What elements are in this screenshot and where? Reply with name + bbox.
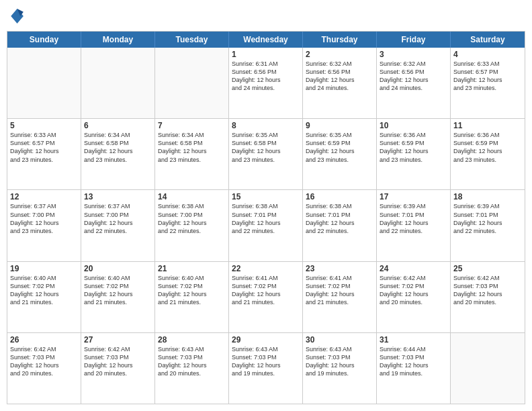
day-number: 6 — [84, 121, 152, 130]
day-cell-23: 23Sunrise: 6:41 AM Sunset: 7:02 PM Dayli… — [303, 262, 377, 332]
day-number: 27 — [84, 335, 152, 345]
day-info: Sunrise: 6:42 AM Sunset: 7:03 PM Dayligh… — [84, 345, 152, 378]
calendar-header: SundayMondayTuesdayWednesdayThursdayFrid… — [7, 32, 525, 48]
day-info: Sunrise: 6:42 AM Sunset: 7:02 PM Dayligh… — [380, 274, 447, 307]
day-info: Sunrise: 6:43 AM Sunset: 7:03 PM Dayligh… — [158, 345, 226, 378]
header — [7, 7, 525, 26]
day-info: Sunrise: 6:36 AM Sunset: 6:59 PM Dayligh… — [453, 131, 522, 164]
page: SundayMondayTuesdayWednesdayThursdayFrid… — [0, 0, 532, 411]
day-cell-11: 11Sunrise: 6:36 AM Sunset: 6:59 PM Dayli… — [451, 119, 525, 189]
day-info: Sunrise: 6:32 AM Sunset: 6:56 PM Dayligh… — [380, 60, 447, 93]
day-number: 13 — [84, 192, 152, 201]
day-info: Sunrise: 6:41 AM Sunset: 7:02 PM Dayligh… — [306, 274, 373, 307]
day-info: Sunrise: 6:39 AM Sunset: 7:01 PM Dayligh… — [380, 202, 447, 235]
day-info: Sunrise: 6:33 AM Sunset: 6:57 PM Dayligh… — [453, 60, 522, 93]
empty-cell-0-1 — [81, 48, 155, 118]
weekday-header-wednesday: Wednesday — [229, 32, 303, 48]
day-info: Sunrise: 6:41 AM Sunset: 7:02 PM Dayligh… — [232, 274, 300, 307]
day-cell-3: 3Sunrise: 6:32 AM Sunset: 6:56 PM Daylig… — [377, 48, 451, 118]
day-info: Sunrise: 6:38 AM Sunset: 7:00 PM Dayligh… — [158, 202, 226, 235]
day-cell-4: 4Sunrise: 6:33 AM Sunset: 6:57 PM Daylig… — [451, 48, 525, 118]
weekday-header-thursday: Thursday — [303, 32, 377, 48]
day-info: Sunrise: 6:36 AM Sunset: 6:59 PM Dayligh… — [380, 131, 447, 164]
day-number: 5 — [10, 121, 78, 130]
weekday-header-monday: Monday — [81, 32, 155, 48]
day-info: Sunrise: 6:34 AM Sunset: 6:58 PM Dayligh… — [158, 131, 226, 164]
day-number: 29 — [232, 335, 300, 345]
day-number: 1 — [232, 50, 300, 59]
day-number: 9 — [306, 121, 373, 130]
day-cell-19: 19Sunrise: 6:40 AM Sunset: 7:02 PM Dayli… — [7, 262, 81, 332]
day-info: Sunrise: 6:39 AM Sunset: 7:01 PM Dayligh… — [453, 202, 522, 235]
day-number: 11 — [453, 121, 522, 130]
day-info: Sunrise: 6:42 AM Sunset: 7:03 PM Dayligh… — [453, 274, 522, 307]
day-cell-6: 6Sunrise: 6:34 AM Sunset: 6:58 PM Daylig… — [81, 119, 155, 189]
calendar-row-1: 5Sunrise: 6:33 AM Sunset: 6:57 PM Daylig… — [7, 119, 525, 190]
day-cell-22: 22Sunrise: 6:41 AM Sunset: 7:02 PM Dayli… — [229, 262, 303, 332]
day-cell-26: 26Sunrise: 6:42 AM Sunset: 7:03 PM Dayli… — [7, 333, 81, 404]
day-number: 28 — [158, 335, 226, 345]
day-info: Sunrise: 6:42 AM Sunset: 7:03 PM Dayligh… — [10, 345, 78, 378]
day-cell-30: 30Sunrise: 6:43 AM Sunset: 7:03 PM Dayli… — [303, 333, 377, 404]
day-number: 8 — [232, 121, 300, 130]
day-number: 24 — [380, 264, 447, 273]
weekday-header-saturday: Saturday — [451, 32, 525, 48]
day-info: Sunrise: 6:33 AM Sunset: 6:57 PM Dayligh… — [10, 131, 78, 164]
day-cell-31: 31Sunrise: 6:44 AM Sunset: 7:03 PM Dayli… — [377, 333, 451, 404]
day-cell-21: 21Sunrise: 6:40 AM Sunset: 7:02 PM Dayli… — [155, 262, 229, 332]
calendar-row-4: 26Sunrise: 6:42 AM Sunset: 7:03 PM Dayli… — [7, 333, 525, 404]
weekday-header-friday: Friday — [377, 32, 451, 48]
svg-marker-0 — [11, 9, 24, 24]
day-cell-15: 15Sunrise: 6:38 AM Sunset: 7:01 PM Dayli… — [229, 190, 303, 261]
day-info: Sunrise: 6:44 AM Sunset: 7:03 PM Dayligh… — [380, 345, 447, 378]
day-number: 17 — [380, 192, 447, 201]
day-cell-9: 9Sunrise: 6:35 AM Sunset: 6:59 PM Daylig… — [303, 119, 377, 189]
day-number: 15 — [232, 192, 300, 201]
day-number: 30 — [306, 335, 373, 345]
day-info: Sunrise: 6:35 AM Sunset: 6:59 PM Dayligh… — [306, 131, 373, 164]
day-info: Sunrise: 6:34 AM Sunset: 6:58 PM Dayligh… — [84, 131, 152, 164]
logo — [7, 7, 28, 26]
empty-cell-4-6 — [451, 333, 525, 404]
calendar-row-3: 19Sunrise: 6:40 AM Sunset: 7:02 PM Dayli… — [7, 262, 525, 333]
day-cell-24: 24Sunrise: 6:42 AM Sunset: 7:02 PM Dayli… — [377, 262, 451, 332]
day-number: 10 — [380, 121, 447, 130]
day-cell-2: 2Sunrise: 6:32 AM Sunset: 6:56 PM Daylig… — [303, 48, 377, 118]
day-info: Sunrise: 6:35 AM Sunset: 6:58 PM Dayligh… — [232, 131, 300, 164]
day-cell-18: 18Sunrise: 6:39 AM Sunset: 7:01 PM Dayli… — [451, 190, 525, 261]
calendar-row-0: 1Sunrise: 6:31 AM Sunset: 6:56 PM Daylig… — [7, 48, 525, 119]
logo-icon — [7, 7, 26, 26]
day-info: Sunrise: 6:38 AM Sunset: 7:01 PM Dayligh… — [306, 202, 373, 235]
day-number: 14 — [158, 192, 226, 201]
day-info: Sunrise: 6:43 AM Sunset: 7:03 PM Dayligh… — [232, 345, 300, 378]
day-cell-7: 7Sunrise: 6:34 AM Sunset: 6:58 PM Daylig… — [155, 119, 229, 189]
day-cell-12: 12Sunrise: 6:37 AM Sunset: 7:00 PM Dayli… — [7, 190, 81, 261]
day-number: 20 — [84, 264, 152, 273]
day-cell-28: 28Sunrise: 6:43 AM Sunset: 7:03 PM Dayli… — [155, 333, 229, 404]
day-info: Sunrise: 6:38 AM Sunset: 7:01 PM Dayligh… — [232, 202, 300, 235]
day-info: Sunrise: 6:37 AM Sunset: 7:00 PM Dayligh… — [10, 202, 78, 235]
calendar-body: 1Sunrise: 6:31 AM Sunset: 6:56 PM Daylig… — [7, 48, 525, 404]
day-info: Sunrise: 6:32 AM Sunset: 6:56 PM Dayligh… — [306, 60, 373, 93]
day-number: 26 — [10, 335, 78, 345]
day-cell-17: 17Sunrise: 6:39 AM Sunset: 7:01 PM Dayli… — [377, 190, 451, 261]
day-info: Sunrise: 6:31 AM Sunset: 6:56 PM Dayligh… — [232, 60, 300, 93]
day-cell-20: 20Sunrise: 6:40 AM Sunset: 7:02 PM Dayli… — [81, 262, 155, 332]
empty-cell-0-2 — [155, 48, 229, 118]
day-number: 19 — [10, 264, 78, 273]
weekday-header-sunday: Sunday — [7, 32, 81, 48]
day-number: 21 — [158, 264, 226, 273]
day-cell-29: 29Sunrise: 6:43 AM Sunset: 7:03 PM Dayli… — [229, 333, 303, 404]
day-number: 22 — [232, 264, 300, 273]
day-info: Sunrise: 6:40 AM Sunset: 7:02 PM Dayligh… — [10, 274, 78, 307]
day-number: 3 — [380, 50, 447, 59]
empty-cell-0-0 — [7, 48, 81, 118]
day-number: 23 — [306, 264, 373, 273]
day-cell-25: 25Sunrise: 6:42 AM Sunset: 7:03 PM Dayli… — [451, 262, 525, 332]
weekday-header-tuesday: Tuesday — [155, 32, 229, 48]
day-cell-8: 8Sunrise: 6:35 AM Sunset: 6:58 PM Daylig… — [229, 119, 303, 189]
day-number: 4 — [453, 50, 522, 59]
day-cell-10: 10Sunrise: 6:36 AM Sunset: 6:59 PM Dayli… — [377, 119, 451, 189]
day-cell-1: 1Sunrise: 6:31 AM Sunset: 6:56 PM Daylig… — [229, 48, 303, 118]
day-cell-27: 27Sunrise: 6:42 AM Sunset: 7:03 PM Dayli… — [81, 333, 155, 404]
